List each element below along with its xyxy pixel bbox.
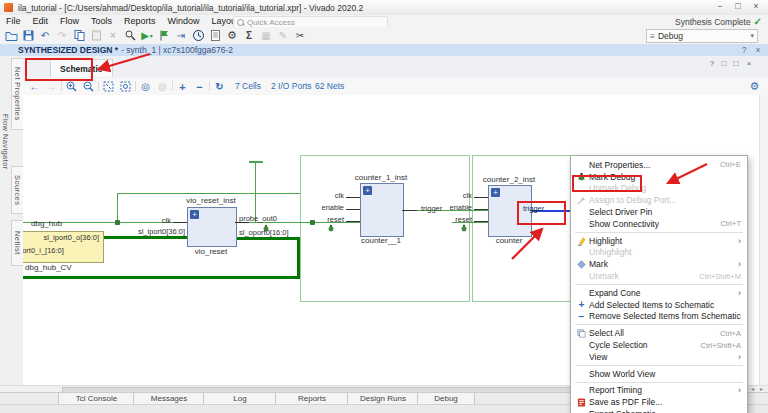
expand-block-icon[interactable]: + xyxy=(190,210,199,219)
help-icon[interactable]: ? xyxy=(738,44,750,56)
tab-sources-label: Sources xyxy=(13,175,22,205)
copy-icon[interactable] xyxy=(72,29,86,42)
check-icon: ✓ xyxy=(754,16,762,27)
pin-label[interactable]: probe_out0 xyxy=(239,214,277,223)
submenu-arrow-icon: › xyxy=(738,289,741,297)
autofit-selection-icon[interactable]: ◎ xyxy=(138,79,153,94)
menu-item-save-as-pdf[interactable]: Save as PDF File... xyxy=(571,396,747,408)
pin-stub[interactable] xyxy=(474,197,488,198)
minimize-button[interactable]: − xyxy=(712,0,728,13)
menu-item-add-selected-items[interactable]: +Add Selected Items to Schematic xyxy=(571,299,747,311)
panel-help-icon[interactable]: ? xyxy=(706,59,718,68)
menu-item-select-driver-pin[interactable]: Select Driver Pin xyxy=(571,206,747,218)
remove-from-schematic-icon[interactable]: − xyxy=(192,79,207,94)
pin-stub[interactable] xyxy=(402,210,417,211)
undo-icon[interactable]: ↶ xyxy=(38,29,52,42)
net-wire[interactable] xyxy=(117,193,300,194)
settings-gear-icon[interactable]: ⚙ xyxy=(225,29,239,42)
layout-selector-dropdown[interactable]: ≡ Debug ▾ xyxy=(646,29,758,43)
cells-count-link[interactable]: 7 Cells xyxy=(235,81,261,91)
menu-item-expand-cone[interactable]: Expand Cone› xyxy=(571,287,747,299)
nets-count-link[interactable]: 62 Nets xyxy=(315,81,344,91)
pin-stub[interactable] xyxy=(173,222,187,223)
open-project-icon[interactable] xyxy=(4,29,18,42)
menu-item-remove-selected-items[interactable]: −Remove Selected Items from Schematic xyxy=(571,311,747,323)
menu-window[interactable]: Window xyxy=(162,15,206,27)
pdf-icon xyxy=(574,398,589,407)
panel-close-icon[interactable]: × xyxy=(743,59,755,68)
menu-item-report-timing[interactable]: Report Timing› xyxy=(571,385,747,397)
pin-stub[interactable] xyxy=(474,209,488,210)
menu-item-assign-to-debug-port: Assign to Debug Port... xyxy=(571,194,747,206)
zoom-fit-icon[interactable] xyxy=(101,79,116,94)
net-wire[interactable] xyxy=(255,161,256,222)
menu-separator xyxy=(575,382,743,383)
run-dropdown-icon[interactable]: ▾ xyxy=(150,32,153,39)
add-to-schematic-icon[interactable]: + xyxy=(175,79,190,94)
menu-edit[interactable]: Edit xyxy=(27,15,55,27)
pin-label[interactable]: clk xyxy=(143,216,171,225)
io-ports-count-link[interactable]: 2 I/O Ports xyxy=(271,81,312,91)
menu-item-net-properties[interactable]: Net Properties...Ctrl+E xyxy=(571,159,747,171)
pin-label[interactable]: sl_oport0[16:0] xyxy=(239,228,289,237)
flag-icon[interactable] xyxy=(157,29,171,42)
menu-reports[interactable]: Reports xyxy=(118,15,162,27)
menu-item-mark[interactable]: Mark› xyxy=(571,258,747,270)
menu-item-show-world-view[interactable]: Show World View xyxy=(571,368,747,380)
schematic-settings-gear-icon[interactable]: ⚙ xyxy=(747,79,762,94)
bus-wire[interactable] xyxy=(23,276,300,279)
find-icon[interactable] xyxy=(123,29,137,42)
sum-sigma-icon[interactable]: Σ xyxy=(242,29,256,42)
menu-item-select-all[interactable]: Select AllCtrl+A xyxy=(571,327,747,339)
expand-block-icon[interactable]: + xyxy=(363,186,372,195)
bus-wire[interactable] xyxy=(102,236,187,239)
bus-wire[interactable] xyxy=(297,237,300,279)
report-clipboard-icon[interactable] xyxy=(208,29,222,42)
pin-label[interactable]: sl_iport0[36:0] xyxy=(118,227,185,236)
bus-wire[interactable] xyxy=(235,237,299,240)
tab-schematic[interactable]: Schematic xyxy=(50,59,113,77)
run-icon[interactable]: ▶▾ xyxy=(140,29,154,42)
pin-stub[interactable] xyxy=(474,221,488,222)
menu-flow[interactable]: Flow xyxy=(54,15,85,27)
menu-item-view[interactable]: View› xyxy=(571,351,747,363)
pin-stub[interactable] xyxy=(346,209,360,210)
back-icon[interactable]: ← xyxy=(27,79,42,94)
pin-stub[interactable] xyxy=(346,197,360,198)
menu-item-show-connectivity[interactable]: Show ConnectivityCtrl+T xyxy=(571,218,747,230)
menu-item-mark-debug[interactable]: Mark Debug xyxy=(571,171,747,183)
scissors-icon[interactable]: ✂ xyxy=(293,29,307,42)
pin-stub[interactable] xyxy=(346,221,360,222)
pin-label[interactable]: enable xyxy=(308,203,344,212)
menu-item-export-schematic[interactable]: Export Schematic... xyxy=(571,408,747,413)
menu-item-highlight[interactable]: Highlight› xyxy=(571,235,747,247)
save-icon[interactable] xyxy=(21,29,35,42)
maximize-button[interactable]: □ xyxy=(730,0,746,13)
pin-label-trigger[interactable]: trigger xyxy=(523,204,544,213)
regenerate-icon[interactable]: ↻ xyxy=(212,79,227,94)
close-button[interactable]: × xyxy=(748,0,764,13)
zoom-selection-icon[interactable] xyxy=(118,79,133,94)
main-toolbar: ↶ ↷ × ▶▾ ⇥ ⚙ Σ ▦ ✎ ✂ ≡ Debug ▾ xyxy=(0,27,768,45)
pin-label[interactable]: clk xyxy=(318,191,344,200)
pin-label[interactable]: reset xyxy=(313,215,344,224)
net-wire[interactable] xyxy=(117,193,118,223)
vertical-scrollbar[interactable] xyxy=(759,95,768,385)
pin-label[interactable]: reset xyxy=(441,215,472,224)
panel-float-icon[interactable]: □ xyxy=(718,59,730,68)
zoom-out-icon[interactable] xyxy=(81,79,96,94)
schematic-panel-header: Schematic ? □ □ × xyxy=(23,56,768,79)
menu-file[interactable]: File xyxy=(0,15,27,27)
port-label[interactable]: port0_i_[16:0] xyxy=(23,246,64,255)
pin-label[interactable]: enable xyxy=(436,203,472,212)
step-icon[interactable]: ⇥ xyxy=(174,29,188,42)
close-design-icon[interactable]: × xyxy=(752,44,764,56)
port-label[interactable]: sl_iport0_o[36:0] xyxy=(23,233,99,242)
expand-block-icon[interactable]: + xyxy=(491,188,500,197)
menu-tools[interactable]: Tools xyxy=(85,15,118,27)
zoom-in-icon[interactable] xyxy=(64,79,79,94)
pin-label[interactable]: clk xyxy=(446,191,472,200)
menu-item-cycle-selection[interactable]: Cycle SelectionCtrl+Shift+A xyxy=(571,339,747,351)
timing-clock-icon[interactable] xyxy=(191,29,205,42)
panel-maximize-icon[interactable]: □ xyxy=(730,59,742,68)
